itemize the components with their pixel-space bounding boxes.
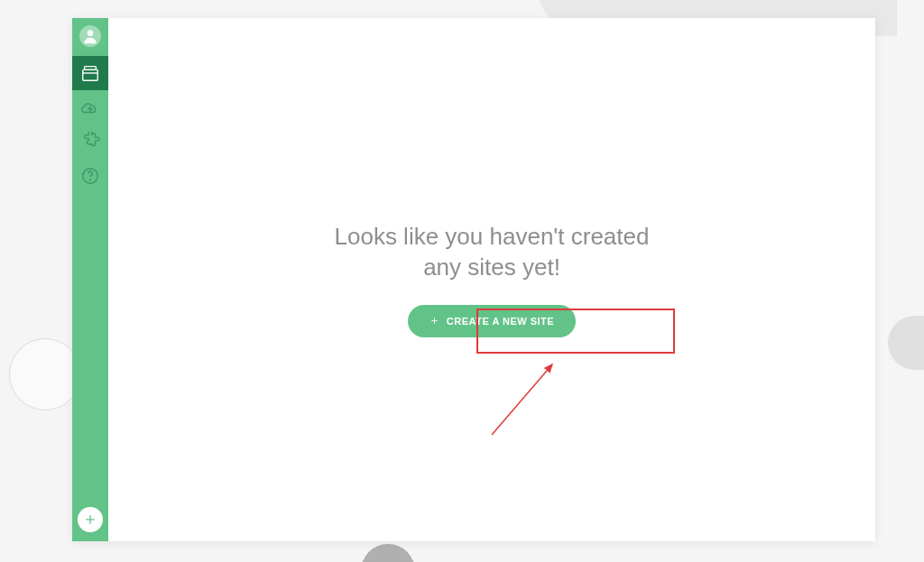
main-content: Looks like you haven't created any sites…	[108, 18, 875, 541]
svg-point-0	[88, 30, 94, 36]
bg-decoration	[361, 544, 415, 562]
cloud-icon	[80, 97, 100, 117]
svg-rect-1	[83, 69, 98, 80]
svg-line-12	[492, 364, 552, 435]
bg-decoration	[9, 338, 81, 410]
sites-icon	[80, 63, 100, 83]
empty-state-title: Looks like you haven't created any sites…	[325, 222, 659, 283]
puzzle-icon	[80, 132, 100, 152]
sidebar	[72, 18, 108, 541]
help-icon	[80, 166, 100, 186]
plus-icon	[83, 512, 97, 527]
bg-decoration	[888, 316, 924, 370]
annotation-arrow	[478, 354, 568, 444]
svg-point-6	[90, 180, 91, 180]
plus-icon	[430, 316, 439, 326]
app-window: Looks like you haven't created any sites…	[72, 18, 875, 541]
create-site-button[interactable]: CREATE A NEW SITE	[408, 305, 576, 337]
create-site-label: CREATE A NEW SITE	[447, 316, 554, 327]
sidebar-item-addons[interactable]	[72, 124, 108, 159]
sidebar-item-cloud[interactable]	[72, 90, 108, 124]
avatar[interactable]	[79, 25, 101, 47]
sidebar-item-sites[interactable]	[72, 56, 108, 90]
svg-rect-2	[85, 67, 97, 70]
sidebar-item-help[interactable]	[72, 159, 108, 193]
user-icon	[81, 27, 99, 45]
add-site-button[interactable]	[78, 507, 103, 532]
